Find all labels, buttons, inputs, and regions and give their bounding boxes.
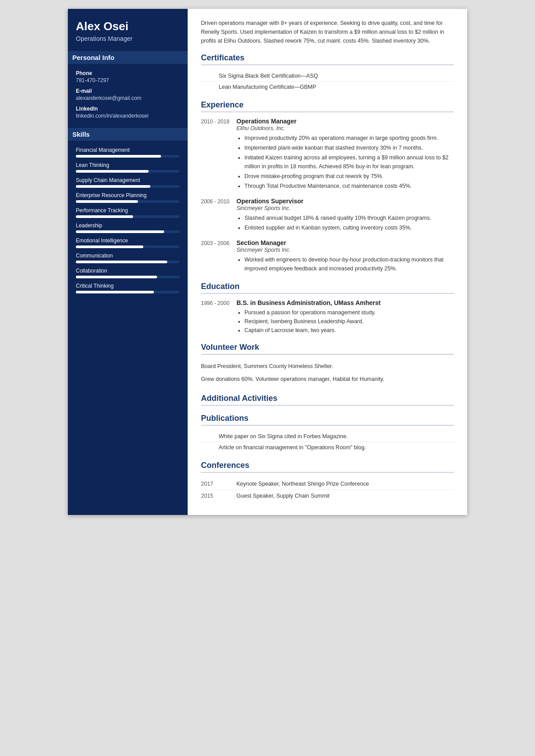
education-content: B.S. in Business Administration, UMass A…	[236, 299, 454, 335]
experience-content: Section ManagerSincmeyer Sports Inc.Work…	[236, 239, 454, 274]
skill-bar-background	[76, 185, 180, 188]
skill-name: Enterprise Resource Planning	[76, 192, 180, 198]
skill-bar-background	[76, 215, 180, 218]
volunteer-item: Board President, Summers County Homeless…	[201, 360, 454, 373]
skills-heading: Skills	[68, 128, 188, 141]
publications-list: White paper on Six Sigma cited in Forbes…	[201, 431, 454, 453]
experience-bullets: Improved productivity 20% as operations …	[236, 134, 454, 190]
experience-content: Operations ManagerElihu Outdoors, Inc.Im…	[236, 118, 454, 191]
skill-item: Enterprise Resource Planning	[76, 192, 180, 203]
summary-text: Driven operations manager with 8+ years …	[201, 19, 454, 45]
linkedin-label: LinkedIn	[76, 106, 180, 112]
skill-bar-background	[76, 245, 180, 248]
certificates-heading: Certificates	[201, 53, 454, 65]
education-list: 1996 - 2000B.S. in Business Administrati…	[201, 299, 454, 335]
skill-item: Leadership	[76, 222, 180, 233]
certificates-list: Six Sigma Black Belt Certification—ASQLe…	[201, 71, 454, 92]
experience-dates: 2006 - 2010	[201, 198, 236, 233]
experience-company: Sincmeyer Sports Inc.	[236, 205, 454, 211]
skills-list: Financial ManagementLean ThinkingSupply …	[76, 147, 180, 293]
experience-job-title: Operations Supervisor	[236, 198, 454, 205]
skills-section: Skills Financial ManagementLean Thinking…	[76, 128, 180, 293]
education-degree: B.S. in Business Administration, UMass A…	[236, 299, 454, 306]
experience-entry: 2010 - 2018Operations ManagerElihu Outdo…	[201, 118, 454, 191]
skill-bar-fill	[76, 245, 143, 248]
skill-bar-fill	[76, 215, 133, 218]
education-heading: Education	[201, 282, 454, 294]
skill-name: Performance Tracking	[76, 207, 180, 214]
candidate-title: Operations Manager	[76, 35, 180, 42]
skill-bar-background	[76, 276, 180, 278]
skill-name: Collaboration	[76, 268, 180, 274]
experience-bullet: Through Total Productive Maintenance, cu…	[244, 182, 454, 190]
phone-label: Phone	[76, 70, 180, 76]
conference-year: 2015	[201, 493, 236, 499]
sidebar: Alex Osei Operations Manager Personal In…	[68, 9, 188, 515]
skill-bar-background	[76, 155, 180, 158]
certificate-item: Lean Manufacturing Certificate—GBMP	[201, 82, 454, 92]
skill-bar-fill	[76, 230, 164, 233]
conference-entry: 2017Keynote Speaker, Northeast Shingo Pr…	[201, 478, 454, 490]
experience-bullet: Initiated Kaizen training across all emp…	[244, 153, 454, 171]
volunteer-list: Board President, Summers County Homeless…	[201, 360, 454, 386]
skill-name: Financial Management	[76, 147, 180, 153]
skill-item: Critical Thinking	[76, 283, 180, 293]
education-bullets: Pursued a passion for operations managem…	[236, 308, 454, 335]
experience-company: Sincmeyer Sports Inc.	[236, 247, 454, 253]
volunteer-item: Grew donations 60%. Volunteer operations…	[201, 373, 454, 386]
skill-item: Supply Chain Management	[76, 177, 180, 188]
experience-dates: 2010 - 2018	[201, 118, 236, 191]
experience-bullet: Improved productivity 20% as operations …	[244, 134, 454, 142]
experience-entry: 2003 - 2006Section ManagerSincmeyer Spor…	[201, 239, 454, 274]
experience-content: Operations SupervisorSincmeyer Sports In…	[236, 198, 454, 233]
experience-bullets: Slashed annual budget 18% & raised quali…	[236, 214, 454, 232]
publication-item: Article on financial management in "Oper…	[201, 442, 454, 453]
publication-item: White paper on Six Sigma cited in Forbes…	[201, 431, 454, 442]
personal-info-heading: Personal Info	[68, 51, 188, 64]
skill-bar-background	[76, 170, 180, 173]
experience-job-title: Section Manager	[236, 239, 454, 246]
skill-bar-fill	[76, 261, 167, 263]
experience-company: Elihu Outdoors, Inc.	[236, 125, 454, 131]
skill-bar-fill	[76, 276, 157, 278]
experience-entry: 2006 - 2010Operations SupervisorSincmeye…	[201, 198, 454, 233]
publications-heading: Publications	[201, 414, 454, 426]
candidate-name: Alex Osei	[76, 20, 180, 33]
skill-bar-background	[76, 230, 180, 233]
email-value: alexanderkosei@gmail.com	[76, 95, 180, 101]
skill-name: Critical Thinking	[76, 283, 180, 289]
email-label: E-mail	[76, 88, 180, 94]
skill-name: Lean Thinking	[76, 162, 180, 168]
skill-item: Financial Management	[76, 147, 180, 158]
main-content: Driven operations manager with 8+ years …	[188, 9, 467, 515]
skill-bar-fill	[76, 170, 149, 173]
skill-item: Performance Tracking	[76, 207, 180, 218]
phone-value: 781-470-7297	[76, 77, 180, 83]
skill-bar-background	[76, 291, 180, 293]
conference-entry: 2015Guest Speaker, Supply Chain Summit	[201, 490, 454, 502]
skill-item: Emotional Intelligence	[76, 237, 180, 248]
skill-bar-fill	[76, 291, 154, 293]
conference-detail: Keynote Speaker, Northeast Shingo Prize …	[236, 481, 454, 487]
skill-bar-fill	[76, 155, 161, 158]
experience-bullets: Worked with engineers to develop hour-by…	[236, 255, 454, 273]
resume-container: Alex Osei Operations Manager Personal In…	[68, 9, 467, 515]
skill-bar-background	[76, 261, 180, 263]
skill-item: Collaboration	[76, 268, 180, 278]
skill-name: Communication	[76, 253, 180, 259]
experience-heading: Experience	[201, 100, 454, 112]
experience-bullet: Enlisted supplier aid in Kanban system, …	[244, 223, 454, 232]
certificate-item: Six Sigma Black Belt Certification—ASQ	[201, 71, 454, 82]
education-entry: 1996 - 2000B.S. in Business Administrati…	[201, 299, 454, 335]
education-bullet: Recipient, Isenberg Business Leadership …	[244, 317, 454, 326]
volunteer-heading: Volunteer Work	[201, 343, 454, 355]
experience-bullet: Implemented plant-wide kanban that slash…	[244, 143, 454, 152]
skill-bar-background	[76, 200, 180, 203]
linkedin-value: linkedin.com/in/alexanderkosei	[76, 113, 180, 119]
skill-item: Communication	[76, 253, 180, 263]
conference-detail: Guest Speaker, Supply Chain Summit	[236, 493, 454, 499]
experience-job-title: Operations Manager	[236, 118, 454, 125]
experience-bullet: Drove mistake-proofing program that cut …	[244, 172, 454, 181]
experience-bullet: Slashed annual budget 18% & raised quali…	[244, 214, 454, 222]
conferences-heading: Conferences	[201, 461, 454, 473]
